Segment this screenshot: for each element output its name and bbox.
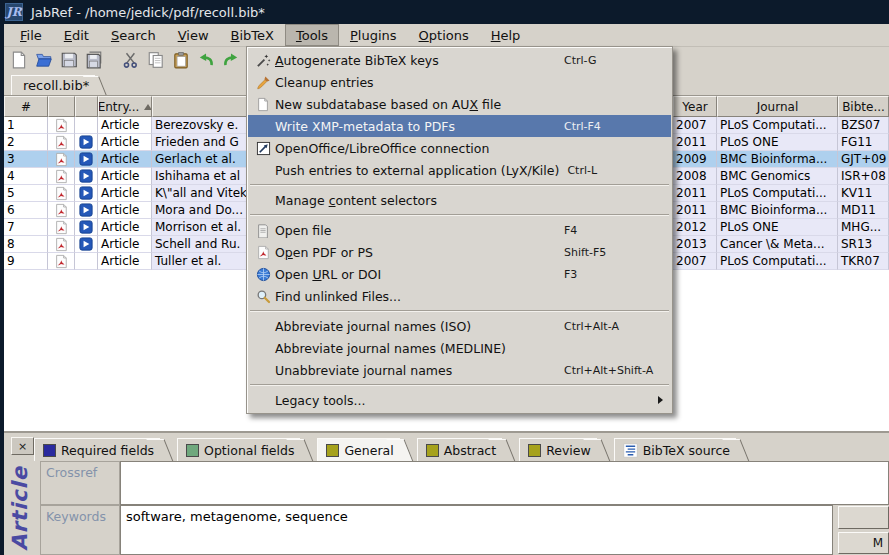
table-cell: 3 xyxy=(4,151,48,168)
menu-item-open-pdf-or-ps[interactable]: Open PDF or PSShift-F5 xyxy=(248,241,671,263)
table-cell: KV11 xyxy=(838,185,889,202)
menubar-item-view[interactable]: View xyxy=(167,24,220,46)
shortcut-label: Ctrl-F4 xyxy=(556,120,656,133)
new-database-icon[interactable] xyxy=(6,49,31,71)
tab-general[interactable]: General xyxy=(317,438,399,461)
menu-item-openoffice-libreoffice-connection[interactable]: OpenOffice/LibreOffice connection xyxy=(248,137,671,159)
column-header-pdf-column[interactable] xyxy=(48,96,75,117)
tab-optional-fields[interactable]: Optional fields xyxy=(177,438,300,461)
column-header-bibte[interactable]: Bibte... xyxy=(838,96,889,117)
menu-item-unabbreviate-journal-names[interactable]: Unabbreviate journal namesCtrl+Alt+Shift… xyxy=(248,359,671,381)
entry-type-strip: Article xyxy=(4,463,36,553)
copy-icon[interactable] xyxy=(143,49,168,71)
menu-item-abbreviate-journal-names-iso[interactable]: Abbreviate journal names (ISO)Ctrl+Alt-A xyxy=(248,315,671,337)
menubar-item-bibtex[interactable]: BibTeX xyxy=(220,24,285,46)
tab-review[interactable]: Review xyxy=(519,438,597,461)
save-database-icon[interactable] xyxy=(56,49,81,71)
field-color-swatch xyxy=(43,444,56,457)
field-extra-button[interactable] xyxy=(838,506,889,529)
menu-bar: FileEditSearchViewBibTeXToolsPluginsOpti… xyxy=(4,24,889,47)
column-header-entry[interactable]: Entry... xyxy=(98,96,152,117)
menu-item-open-file[interactable]: Open fileF4 xyxy=(248,219,671,241)
database-tab-recoll[interactable]: recoll.bib* xyxy=(11,75,95,95)
menu-item-cleanup-entries[interactable]: Cleanup entries xyxy=(248,71,671,93)
close-icon: × xyxy=(18,441,27,452)
menu-item-write-xmp-metadata-to-pdfs[interactable]: Write XMP-metadata to PDFsCtrl-F4 xyxy=(248,115,671,137)
menu-item-push-entries-to-external-application-lyx-kile[interactable]: Push entries to external application (Ly… xyxy=(248,159,671,181)
jabref-logo-icon: JR xyxy=(5,3,23,21)
undo-icon[interactable] xyxy=(193,49,218,71)
menu-item-new-subdatabase-based-on-aux-file[interactable]: New subdatabase based on AUX file xyxy=(248,93,671,115)
menu-separator xyxy=(250,184,669,186)
menubar-item-file[interactable]: File xyxy=(9,24,53,46)
menu-item-legacy-tools[interactable]: Legacy tools... xyxy=(248,389,671,411)
table-cell: 6 xyxy=(4,202,48,219)
tab-required-fields[interactable]: Required fields xyxy=(34,438,160,461)
table-cell: Article xyxy=(98,202,152,219)
title-bar[interactable]: JR JabRef - /home/jedick/pdf/recoll.bib* xyxy=(0,0,889,24)
table-cell xyxy=(48,151,75,168)
table-cell: SR13 xyxy=(838,236,889,253)
table-cell xyxy=(75,236,98,253)
cleanup-icon xyxy=(256,75,271,90)
pdf-icon xyxy=(54,118,68,133)
column-header-[interactable]: # xyxy=(4,96,48,117)
table-cell: BMC Bioinforma... xyxy=(717,202,838,219)
table-cell: 4 xyxy=(4,168,48,185)
table-cell: PLoS Computati... xyxy=(717,185,838,202)
table-cell: Article xyxy=(98,151,152,168)
crossref-input[interactable] xyxy=(120,461,889,505)
menu-item-manage-content-selectors[interactable]: Manage content selectors xyxy=(248,189,671,211)
keywords-input[interactable]: software, metagenome, sequence xyxy=(120,505,833,555)
menu-item-abbreviate-journal-names-medline[interactable]: Abbreviate journal names (MEDLINE) xyxy=(248,337,671,359)
sort-asc-icon xyxy=(144,104,152,110)
pdf-icon xyxy=(54,152,68,167)
pdf-icon xyxy=(54,203,68,218)
column-header-journal[interactable]: Journal xyxy=(717,96,838,117)
table-cell xyxy=(48,236,75,253)
wand-icon xyxy=(256,53,271,68)
menubar-item-help[interactable]: Help xyxy=(480,24,532,46)
menu-item-find-unlinked-files[interactable]: Find unlinked Files... xyxy=(248,285,671,307)
menubar-item-options[interactable]: Options xyxy=(408,24,480,46)
cut-icon[interactable] xyxy=(118,49,143,71)
menubar-item-edit[interactable]: Edit xyxy=(53,24,100,46)
table-cell: BMC Genomics xyxy=(717,168,838,185)
table-cell: 7 xyxy=(4,219,48,236)
url-icon xyxy=(79,237,93,251)
table-cell: PLoS Computati... xyxy=(717,117,838,134)
url-icon xyxy=(79,203,93,217)
pdf-icon xyxy=(54,237,68,252)
redo-icon[interactable] xyxy=(218,49,243,71)
url-icon xyxy=(79,135,93,149)
column-header-year[interactable]: Year xyxy=(673,96,717,117)
field-manage-button[interactable]: M xyxy=(838,532,889,555)
menu-item-autogenerate-bibtex-keys[interactable]: Autogenerate BibTeX keysCtrl-G xyxy=(248,49,671,71)
shortcut-label: Ctrl+Alt+Shift-A xyxy=(556,364,656,377)
table-cell: 1 xyxy=(4,117,48,134)
shortcut-label: F4 xyxy=(556,224,656,237)
save-all-databases-icon[interactable] xyxy=(81,49,106,71)
table-cell: BZS07 xyxy=(838,117,889,134)
menubar-item-search[interactable]: Search xyxy=(100,24,167,46)
column-header-url-column[interactable] xyxy=(75,96,98,117)
table-cell: Article xyxy=(98,185,152,202)
paste-icon[interactable] xyxy=(168,49,193,71)
menubar-item-plugins[interactable]: Plugins xyxy=(339,24,408,46)
table-cell: Article xyxy=(98,134,152,151)
tab-bibtex-source[interactable]: BibTeX source xyxy=(614,438,736,461)
shortcut-label: Ctrl+Alt-A xyxy=(556,320,656,333)
table-cell xyxy=(75,151,98,168)
pdf-icon xyxy=(54,220,68,235)
crossref-label: Crossref xyxy=(40,461,120,505)
new-page-icon xyxy=(256,97,270,112)
close-editor-button[interactable]: × xyxy=(11,437,34,455)
menu-item-open-url-or-doi[interactable]: Open URL or DOIF3 xyxy=(248,263,671,285)
open-database-icon[interactable] xyxy=(31,49,56,71)
entry-editor: × Required fieldsOptional fieldsGeneralA… xyxy=(4,431,889,555)
url-icon xyxy=(79,152,93,166)
tab-abstract[interactable]: Abstract xyxy=(417,438,502,461)
menu-separator xyxy=(250,310,669,312)
menubar-item-tools[interactable]: Tools xyxy=(285,24,339,46)
table-cell: MHG... xyxy=(838,219,889,236)
